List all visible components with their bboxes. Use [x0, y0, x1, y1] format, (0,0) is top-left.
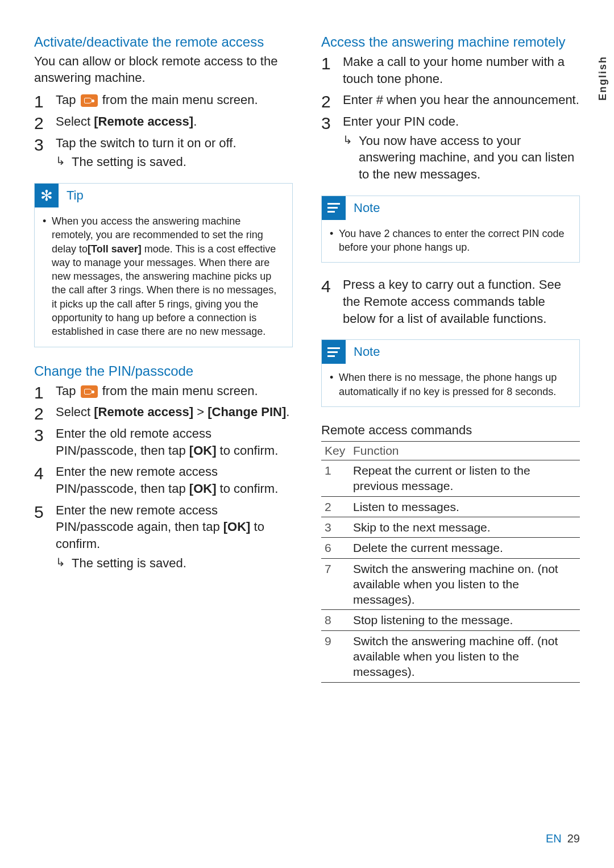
heading-activate: Activate/deactivate the remote access — [34, 34, 293, 50]
cell-function: Listen to messages. — [350, 496, 580, 517]
list-item: Tap from the main menu screen. — [34, 92, 293, 109]
note-icon — [322, 340, 346, 364]
menu-label: [Remote access] — [94, 114, 193, 128]
note-body: You have 2 chances to enter the correct … — [322, 220, 579, 255]
tip-body: When you access the answering machine re… — [35, 207, 292, 339]
step-text: > — [193, 405, 208, 419]
heading-change-pin: Change the PIN/passcode — [34, 363, 293, 379]
steps-change-pin: Tap from the main menu screen. Select [R… — [34, 383, 293, 572]
step-text: . — [286, 405, 289, 419]
step-text: Tap — [56, 384, 80, 398]
table-row: 3Skip to the next message. — [321, 517, 580, 537]
cell-function: Switch the answering machine on. (not av… — [350, 558, 580, 610]
commands-table: Key Function 1Repeat the current or list… — [321, 441, 580, 683]
step-text: Enter # when you hear the announcement. — [343, 93, 579, 107]
answering-machine-icon — [81, 94, 98, 107]
note-body: When there is no message, the phone hang… — [322, 364, 579, 398]
table-row: 8Stop listening to the message. — [321, 610, 580, 630]
tip-bold: [Toll saver] — [88, 243, 142, 255]
step-text: Tap — [56, 93, 80, 107]
cell-function: Skip to the next message. — [350, 517, 580, 537]
heading-access-remote: Access the answering machine remotely — [321, 34, 580, 50]
steps-continue: Press a key to carry out a function. See… — [321, 276, 580, 327]
right-column: Access the answering machine remotely Ma… — [321, 34, 580, 683]
tip-callout: ✻ Tip When you access the answering mach… — [34, 183, 293, 347]
list-item: Press a key to carry out a function. See… — [321, 276, 580, 327]
cell-function: Stop listening to the message. — [350, 610, 580, 630]
tip-icon: ✻ — [35, 184, 59, 207]
note-callout: Note You have 2 chances to enter the cor… — [321, 196, 580, 263]
step-text: Enter the old remote access PIN/passcode… — [56, 426, 211, 458]
cell-key: 3 — [321, 517, 350, 537]
table-row: 2Listen to messages. — [321, 496, 580, 517]
result-text: The setting is saved. — [72, 555, 293, 572]
button-label: [OK] — [223, 520, 251, 534]
answering-machine-icon — [81, 385, 98, 398]
step-text: to confirm. — [216, 443, 278, 458]
step-text: Enter your PIN code. — [343, 114, 459, 128]
table-row: 6Delete the current message. — [321, 538, 580, 558]
footer-lang: EN — [546, 832, 562, 845]
table-title: Remote access commands — [321, 423, 580, 438]
step-text: . — [193, 114, 197, 128]
note-label: Note — [354, 344, 380, 359]
list-item: Enter the new remote access PIN/passcode… — [34, 502, 293, 572]
steps-activate: Tap from the main menu screen. Select [R… — [34, 92, 293, 171]
list-item: Make a call to your home number with a t… — [321, 53, 580, 87]
step-text: Enter the new remote access PIN/passcode… — [56, 503, 223, 534]
list-item: Select [Remote access] > [Change PIN]. — [34, 404, 293, 421]
menu-label: [Change PIN] — [208, 405, 286, 419]
cell-function: Switch the answering machine off. (not a… — [350, 630, 580, 682]
note-label: Note — [354, 201, 380, 215]
step-text: Make a call to your home number with a t… — [343, 55, 565, 86]
cell-key: 2 — [321, 496, 350, 517]
cell-key: 7 — [321, 558, 350, 610]
cell-function: Repeat the current or listen to the prev… — [350, 460, 580, 497]
cell-key: 6 — [321, 538, 350, 558]
button-label: [OK] — [189, 481, 217, 496]
page-footer: EN29 — [546, 832, 580, 845]
step-text: from the main menu screen. — [99, 384, 258, 398]
step-text: Select — [56, 114, 94, 128]
tip-text: mode. This is a cost effective way to ma… — [52, 243, 276, 338]
list-item: Enter # when you hear the announcement. — [321, 92, 580, 109]
list-item: Enter your PIN code. You now have access… — [321, 113, 580, 183]
col-function: Function — [350, 442, 580, 460]
note-icon — [322, 196, 346, 220]
list-item: Tap from the main menu screen. — [34, 383, 293, 400]
step-text: to confirm. — [216, 481, 278, 496]
step-text: Press a key to carry out a function. See… — [343, 277, 561, 325]
step-text: Select — [56, 405, 94, 419]
table-row: 9Switch the answering machine off. (not … — [321, 630, 580, 682]
cell-key: 1 — [321, 460, 350, 497]
note-callout: Note When there is no message, the phone… — [321, 339, 580, 407]
list-item: Tap the switch to turn it on or off. The… — [34, 135, 293, 171]
footer-page: 29 — [567, 832, 580, 845]
result-text: The setting is saved. — [72, 153, 293, 171]
table-row: 7Switch the answering machine on. (not a… — [321, 558, 580, 610]
left-column: Activate/deactivate the remote access Yo… — [34, 34, 293, 683]
intro-activate: You can allow or block remote access to … — [34, 53, 293, 86]
cell-function: Delete the current message. — [350, 538, 580, 558]
tip-label: Tip — [67, 188, 84, 203]
menu-label: [Remote access] — [94, 405, 193, 419]
cell-key: 8 — [321, 610, 350, 630]
step-text: Tap the switch to turn it on or off. — [56, 136, 237, 150]
list-item: Enter the new remote access PIN/passcode… — [34, 463, 293, 497]
button-label: [OK] — [189, 443, 217, 458]
list-item: Select [Remote access]. — [34, 113, 293, 130]
table-row: 1Repeat the current or listen to the pre… — [321, 460, 580, 497]
list-item: Enter the old remote access PIN/passcode… — [34, 425, 293, 459]
steps-access-remote: Make a call to your home number with a t… — [321, 53, 580, 183]
col-key: Key — [321, 442, 350, 460]
language-tab: English — [597, 56, 609, 101]
result-text: You now have access to your answering ma… — [359, 132, 580, 183]
step-text: from the main menu screen. — [99, 93, 258, 107]
cell-key: 9 — [321, 630, 350, 682]
